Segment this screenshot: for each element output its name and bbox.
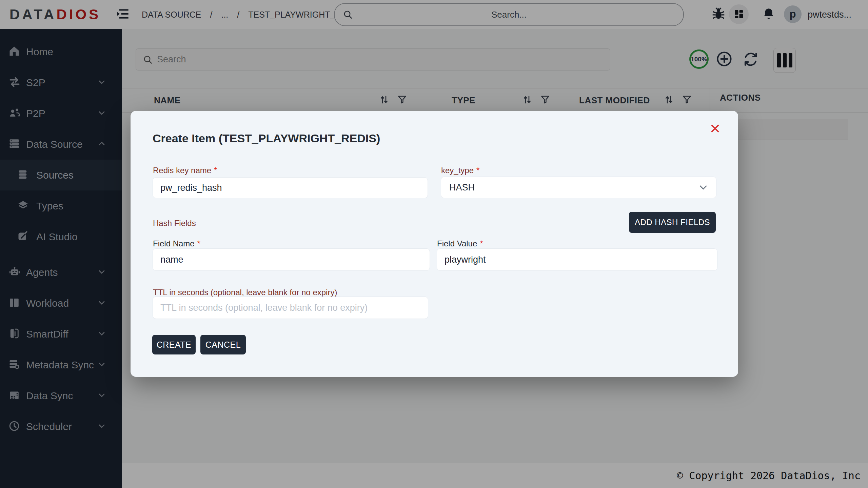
key-type-label: key_type* bbox=[441, 166, 479, 175]
label-text: key_type bbox=[441, 166, 474, 175]
ttl-input[interactable] bbox=[153, 297, 428, 319]
required-asterisk: * bbox=[476, 166, 479, 175]
cancel-button[interactable]: CANCEL bbox=[200, 335, 246, 354]
field-value-input[interactable] bbox=[437, 248, 717, 271]
required-asterisk: * bbox=[197, 239, 200, 248]
label-text: Hash Fields bbox=[153, 219, 196, 228]
field-name-input[interactable] bbox=[153, 248, 430, 271]
key-type-select[interactable]: HASH bbox=[441, 177, 716, 198]
label-text: Field Value bbox=[437, 239, 477, 248]
close-icon[interactable] bbox=[707, 120, 723, 137]
modal-title: Create Item (TEST_PLAYWRIGHT_REDIS) bbox=[153, 132, 380, 145]
ttl-label: TTL in seconds (optional, leave blank fo… bbox=[153, 288, 337, 297]
required-asterisk: * bbox=[214, 166, 217, 175]
field-name-label: Field Name* bbox=[153, 239, 200, 248]
redis-key-name-input[interactable] bbox=[153, 177, 428, 198]
label-text: TTL in seconds (optional, leave blank fo… bbox=[153, 288, 337, 297]
key-type-selected-value: HASH bbox=[449, 182, 475, 193]
required-asterisk: * bbox=[480, 239, 483, 248]
label-text: Field Name bbox=[153, 239, 195, 248]
create-button[interactable]: CREATE bbox=[152, 335, 196, 354]
redis-key-name-label: Redis key name* bbox=[153, 166, 217, 175]
hash-fields-label: Hash Fields bbox=[153, 219, 196, 228]
add-hash-fields-button[interactable]: ADD HASH FIELDS bbox=[629, 212, 716, 233]
chevron-down-icon bbox=[698, 182, 709, 193]
create-item-modal: Create Item (TEST_PLAYWRIGHT_REDIS) Redi… bbox=[131, 111, 738, 377]
field-value-label: Field Value* bbox=[437, 239, 483, 248]
label-text: Redis key name bbox=[153, 166, 211, 175]
app-root: DATADIOS DATA SOURCE / ... / TEST_PLAYWR… bbox=[0, 0, 868, 488]
